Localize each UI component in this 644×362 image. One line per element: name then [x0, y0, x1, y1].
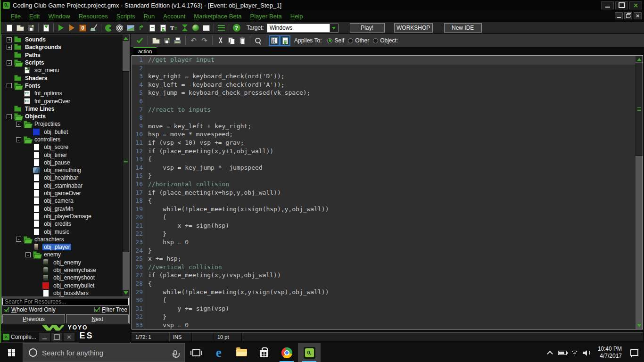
start-button[interactable] — [0, 343, 23, 362]
tree-item-obj-enemychase[interactable]: obj_enemychase — [2, 266, 129, 274]
tree-item-obj-bullet[interactable]: obj_bullet — [2, 128, 129, 136]
minus-box-icon[interactable]: - — [16, 122, 21, 127]
tree-scrollbar[interactable] — [123, 34, 129, 296]
minus-box-icon[interactable]: - — [7, 83, 12, 88]
new-file-button[interactable] — [4, 23, 15, 33]
tree-item-obj-credits[interactable]: obj_credits — [2, 220, 129, 228]
code-line-21[interactable]: 21 x += sign(hsp) — [132, 222, 636, 230]
menu-file[interactable]: File — [7, 11, 25, 21]
tree-item-fnt-options[interactable]: fnt_options — [2, 90, 129, 97]
undo-button[interactable] — [188, 35, 199, 46]
code-line-11[interactable]: 11if (vsp < 10) vsp += grav; — [132, 139, 636, 148]
tree-item-objects[interactable]: -Objects — [2, 113, 129, 120]
chrome-button[interactable] — [275, 343, 298, 362]
tree-item-obj-enemybullet[interactable]: obj_enemybullet — [2, 282, 129, 289]
code-line-2[interactable]: 2 — [132, 65, 636, 73]
menu-marketplace-beta[interactable]: Marketplace Beta — [190, 11, 246, 21]
tray-chevron-button[interactable] — [544, 343, 556, 362]
taskbar-search[interactable] — [23, 343, 185, 362]
maximize-button[interactable] — [615, 1, 628, 9]
menu-window[interactable]: Window — [44, 11, 74, 21]
compile-window[interactable]: Compile... — [1, 331, 79, 343]
gamemaker-button[interactable] — [298, 343, 321, 362]
tree-item-charachters[interactable]: -charachters — [2, 236, 129, 243]
resource-search-input[interactable] — [2, 298, 129, 305]
plus-box-icon[interactable]: + — [7, 45, 12, 50]
create-sprite-button[interactable] — [103, 23, 114, 33]
save-file-button[interactable] — [161, 35, 172, 46]
whole-word-checkbox[interactable]: Whole Word Only — [4, 306, 56, 313]
tree-item-obj-playerdamage[interactable]: obj_playerDamage — [2, 213, 129, 220]
paste-button[interactable] — [237, 35, 248, 46]
help-button[interactable] — [231, 23, 242, 33]
applies-other-radio[interactable]: Other — [348, 37, 369, 44]
tree-item-obj-enemy[interactable]: obj_enemy — [2, 259, 129, 266]
scroll-up-icon[interactable] — [123, 34, 129, 41]
tab-action[interactable]: action — [133, 47, 157, 55]
tree-item-obj-score[interactable]: obj_score — [2, 143, 129, 151]
code-line-29[interactable]: 29 while(!place_meeting(x,y+sign(vsp),ob… — [132, 288, 636, 297]
tree-item-obj-staminabar[interactable]: obj_staminabar — [2, 182, 129, 189]
menu-account[interactable]: Account — [159, 11, 190, 21]
code-line-28[interactable]: 28{ — [132, 280, 636, 288]
mdi-restore-button[interactable] — [624, 12, 632, 19]
cut-button[interactable] — [215, 35, 226, 46]
tree-item-obj-gravmn[interactable]: obj_gravMn — [2, 205, 129, 213]
code-line-6[interactable]: 6 — [132, 98, 636, 106]
workshop-button[interactable]: WORKSHOP — [394, 23, 433, 33]
copy-button[interactable] — [226, 35, 237, 46]
applies-object-radio[interactable]: Object: — [373, 37, 398, 44]
tree-item-backgrounds[interactable]: +Backgrounds — [2, 43, 129, 51]
code-line-25[interactable]: 25x += hsp; — [132, 255, 636, 263]
code-line-18[interactable]: 18{ — [132, 197, 636, 206]
create-timeline-button[interactable] — [179, 23, 190, 33]
code-line-32[interactable]: 32 } — [132, 313, 636, 321]
tree-item-obj-player[interactable]: obj_player — [2, 243, 129, 251]
run-debug-button[interactable] — [66, 23, 77, 33]
play-button[interactable]: Play! — [350, 23, 385, 33]
create-background-button[interactable] — [125, 23, 136, 33]
minus-box-icon[interactable]: - — [7, 60, 12, 66]
menu-run[interactable]: Run — [140, 11, 159, 21]
create-room-button[interactable] — [201, 23, 212, 33]
target-dropdown[interactable]: Windows — [267, 24, 339, 33]
tree-item-fnt-gameover[interactable]: fnt_gameOver — [2, 97, 129, 105]
create-sound-button[interactable] — [114, 23, 125, 33]
minus-box-icon[interactable]: - — [16, 237, 21, 242]
print-button[interactable] — [172, 35, 183, 46]
battery-status[interactable] — [556, 343, 569, 362]
code-line-13[interactable]: 13{ — [132, 156, 636, 164]
tree-item-obj-timer[interactable]: obj_timer — [2, 151, 129, 158]
tree-item-sounds[interactable]: +Sounds — [2, 36, 129, 43]
filter-tree-checkbox[interactable]: Filter Tree — [94, 306, 127, 313]
code-line-24[interactable]: 24} — [132, 247, 636, 255]
menu-scripts[interactable]: Scripts — [112, 11, 140, 21]
code-line-22[interactable]: 22 } — [132, 230, 636, 239]
toggle-line-numbers-button[interactable] — [269, 35, 280, 46]
run-game-button[interactable] — [56, 23, 66, 33]
tree-item-obj-menuthing[interactable]: obj_menuthing — [2, 166, 129, 174]
taskbar-search-input[interactable] — [42, 349, 173, 357]
tree-item-controllers[interactable]: -controllers — [2, 136, 129, 143]
code-line-3[interactable]: 3key_right = keyboard_check(ord('D')); — [132, 73, 636, 81]
tree-item-projectiles[interactable]: -Projectiles — [2, 120, 129, 128]
editor-scrollbar-thumb[interactable] — [636, 63, 643, 156]
tree-item-scripts[interactable]: -Scripts — [2, 59, 129, 66]
file-explorer-button[interactable] — [230, 343, 253, 362]
tree-item-scr-menu[interactable]: scr_menu — [2, 66, 129, 74]
minus-box-icon[interactable]: - — [7, 114, 12, 119]
menu-edit[interactable]: Edit — [25, 11, 44, 21]
code-line-33[interactable]: 33 vsp = 0 — [132, 321, 636, 329]
close-button[interactable] — [64, 333, 74, 341]
code-line-8[interactable]: 8 — [132, 114, 636, 123]
code-line-7[interactable]: 7//react to inputs — [132, 106, 636, 115]
create-object-button[interactable] — [190, 23, 201, 33]
code-line-14[interactable]: 14 vsp = key_jump * -jumpspeed — [132, 164, 636, 173]
taskbar-clock[interactable]: 10:40 PM 4/7/2017 — [598, 346, 622, 360]
code-line-5[interactable]: 5key_jump = keyboard_check_pressed(vk_sp… — [132, 89, 636, 98]
tree-item-fonts[interactable]: -Fonts — [2, 82, 129, 90]
code-line-17[interactable]: 17if (place_meeting(x+hsp,y,obj_wall)) — [132, 189, 636, 197]
close-button[interactable] — [629, 1, 642, 9]
code-line-10[interactable]: 10hsp = move * movespeed; — [132, 131, 636, 139]
tree-scrollbar-thumb[interactable] — [123, 71, 129, 252]
